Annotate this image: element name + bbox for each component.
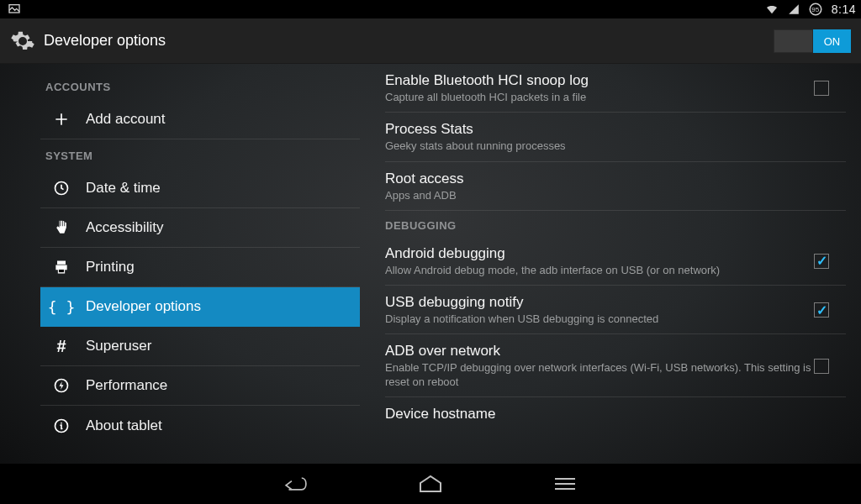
- setting-title: ADB over network: [385, 343, 814, 360]
- setting-adb-network[interactable]: ADB over network Enable TCP/IP debugging…: [385, 334, 846, 397]
- bolt-icon: [52, 376, 71, 395]
- signal-icon: [784, 0, 803, 18]
- battery-circle-icon: 95: [806, 0, 825, 18]
- setting-subtitle: Allow Android debug mode, the adb interf…: [385, 264, 814, 277]
- braces-icon: { }: [52, 297, 71, 316]
- sidebar-item-accessibility[interactable]: Accessibility: [40, 208, 360, 248]
- setting-usb-debug-notify[interactable]: USB debugging notify Display a notificat…: [385, 286, 846, 334]
- sidebar-item-label: Printing: [86, 259, 135, 276]
- toggle-on-half[interactable]: ON: [813, 29, 851, 53]
- checkbox-adb-network[interactable]: [814, 359, 829, 374]
- svg-rect-3: [59, 270, 65, 273]
- setting-subtitle: Apps and ADB: [385, 189, 846, 202]
- setting-subtitle: Enable TCP/IP debugging over network int…: [385, 361, 814, 389]
- action-bar: Developer options ON: [0, 18, 861, 64]
- status-bar: 95 8:14: [0, 0, 861, 18]
- sidebar-item-label: Date & time: [86, 180, 161, 197]
- system-nav-bar: [0, 464, 861, 504]
- checkbox-android-debugging[interactable]: [814, 254, 829, 269]
- setting-title: Enable Bluetooth HCI snoop log: [385, 72, 814, 89]
- wifi-icon: [763, 0, 781, 18]
- setting-title: USB debugging notify: [385, 294, 814, 311]
- hand-icon: [52, 218, 71, 237]
- checkbox-bt-hci[interactable]: [814, 81, 829, 96]
- settings-sidebar: ACCOUNTS Add account SYSTEM Date & time …: [0, 64, 360, 464]
- sidebar-item-performance[interactable]: Performance: [40, 366, 360, 406]
- setting-subtitle: Capture all bluetooth HCI packets in a f…: [385, 91, 814, 104]
- sidebar-item-label: Add account: [86, 111, 166, 128]
- nav-home-button[interactable]: [414, 470, 447, 497]
- setting-title: Process Stats: [385, 121, 846, 138]
- nav-recent-button[interactable]: [548, 470, 582, 497]
- sidebar-item-about[interactable]: About tablet: [40, 406, 360, 445]
- setting-title: Root access: [385, 171, 846, 187]
- sidebar-category-system: SYSTEM: [40, 139, 360, 169]
- nav-back-button[interactable]: [279, 470, 313, 497]
- action-bar-title: Developer options: [44, 32, 166, 50]
- hash-icon: #: [52, 337, 71, 355]
- clock-icon: [52, 179, 71, 197]
- sidebar-item-label: Accessibility: [86, 219, 164, 236]
- sidebar-item-label: About tablet: [86, 417, 162, 434]
- sidebar-item-label: Performance: [86, 377, 167, 394]
- setting-android-debugging[interactable]: Android debugging Allow Android debug mo…: [385, 237, 846, 286]
- setting-subtitle: Geeky stats about running processes: [385, 139, 846, 153]
- battery-percent: 95: [811, 6, 819, 13]
- plus-icon: [52, 110, 71, 129]
- sidebar-item-label: Developer options: [86, 298, 201, 315]
- setting-title: Android debugging: [385, 245, 814, 262]
- status-clock: 8:14: [832, 3, 856, 16]
- sidebar-item-printing[interactable]: Printing: [40, 248, 360, 287]
- master-toggle[interactable]: ON: [774, 29, 851, 53]
- section-header-debugging: DEBUGGING: [385, 211, 846, 237]
- sidebar-item-date-time[interactable]: Date & time: [40, 169, 360, 208]
- info-icon: [52, 417, 71, 435]
- sidebar-item-label: Superuser: [86, 338, 151, 354]
- notification-image-icon: [5, 0, 24, 18]
- setting-root-access[interactable]: Root access Apps and ADB: [385, 162, 846, 211]
- settings-gear-icon: [8, 27, 37, 55]
- toggle-off-half[interactable]: [774, 29, 813, 53]
- checkbox-usb-debug-notify[interactable]: [814, 302, 829, 318]
- sidebar-category-accounts: ACCOUNTS: [40, 71, 360, 100]
- setting-process-stats[interactable]: Process Stats Geeky stats about running …: [385, 113, 846, 161]
- sidebar-item-developer-options[interactable]: { } Developer options: [40, 287, 360, 327]
- content-area: ACCOUNTS Add account SYSTEM Date & time …: [0, 64, 861, 464]
- settings-detail-pane[interactable]: Enable Bluetooth HCI snoop log Capture a…: [360, 64, 861, 464]
- setting-title: Device hostname: [385, 406, 846, 423]
- printer-icon: [52, 258, 71, 276]
- sidebar-item-add-account[interactable]: Add account: [40, 100, 360, 139]
- sidebar-item-superuser[interactable]: # Superuser: [40, 327, 360, 366]
- setting-subtitle: Display a notification when USB debuggin…: [385, 312, 814, 326]
- setting-device-hostname[interactable]: Device hostname: [385, 397, 846, 423]
- setting-bt-hci-snoop[interactable]: Enable Bluetooth HCI snoop log Capture a…: [385, 64, 846, 113]
